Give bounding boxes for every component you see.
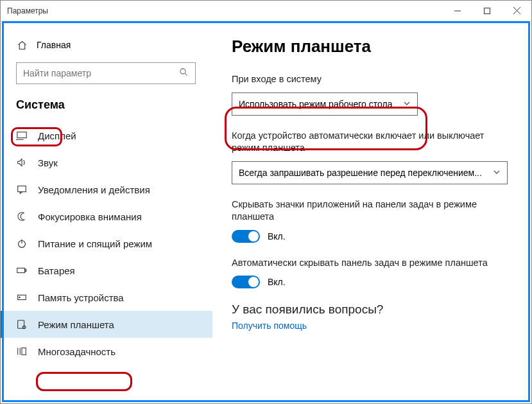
home-icon (16, 39, 28, 51)
svg-rect-1 (485, 8, 490, 13)
sidebar-item-display[interactable]: Дисплей (1, 122, 212, 149)
svg-rect-15 (18, 321, 24, 329)
sidebar-item-battery[interactable]: Батарея (1, 257, 212, 284)
sidebar-item-label: Режим планшета (38, 319, 114, 330)
autoswitch-combo[interactable]: Всегда запрашивать разрешение перед пере… (232, 161, 508, 184)
hidetaskbar-setting: Автоматически скрывать панель задач в ре… (232, 257, 511, 289)
sidebar-item-label: Питание и спящий режим (38, 238, 152, 249)
svg-rect-11 (17, 268, 25, 272)
sidebar-item-power[interactable]: Питание и спящий режим (1, 230, 212, 257)
maximize-button[interactable] (472, 1, 502, 21)
notifications-icon (16, 184, 28, 195)
hidetaskbar-toggle[interactable] (232, 276, 260, 288)
search-input[interactable] (16, 62, 196, 84)
hidetaskbar-state: Вкл. (268, 277, 286, 287)
svg-rect-19 (22, 348, 26, 355)
svg-line-5 (185, 73, 187, 76)
svg-point-14 (19, 297, 20, 297)
sidebar-item-storage[interactable]: Память устройства (1, 284, 212, 311)
hideicons-label: Скрывать значки приложений на панели зад… (232, 198, 511, 224)
storage-icon (16, 292, 28, 303)
display-icon (16, 130, 28, 141)
settings-window: Параметры Главная (0, 0, 532, 404)
sidebar-item-label: Дисплей (38, 130, 76, 141)
sidebar: Главная Система Дисплей Звук (1, 21, 212, 403)
signin-label: При входе в систему (232, 73, 511, 86)
sidebar-item-notifications[interactable]: Уведомления и действия (1, 176, 212, 203)
svg-rect-6 (17, 132, 26, 138)
sidebar-item-label: Звук (38, 157, 58, 168)
sidebar-item-label: Уведомления и действия (38, 184, 150, 195)
home-label: Главная (37, 40, 71, 50)
page-title: Режим планшета (232, 37, 511, 57)
autoswitch-combo-value: Всегда запрашивать разрешение перед пере… (239, 168, 482, 178)
sound-icon (16, 157, 28, 168)
window-body: Главная Система Дисплей Звук (1, 21, 531, 403)
hideicons-toggle[interactable] (232, 230, 260, 243)
sidebar-item-label: Память устройства (38, 292, 124, 303)
tablet-icon (16, 319, 28, 330)
multitask-icon (16, 346, 28, 357)
hideicons-state: Вкл. (268, 231, 286, 242)
titlebar: Параметры (1, 1, 531, 21)
search-container (1, 62, 212, 93)
content-panel: Режим планшета При входе в систему Испол… (212, 21, 531, 403)
chevron-down-icon (493, 168, 501, 178)
sidebar-item-tablet[interactable]: Режим планшета (1, 311, 212, 338)
window-title: Параметры (7, 6, 443, 15)
section-title: Система (1, 93, 212, 122)
focus-icon (16, 211, 28, 222)
home-link[interactable]: Главная (1, 33, 212, 62)
sidebar-item-focus[interactable]: Фокусировка внимания (1, 203, 212, 230)
signin-setting: При входе в систему Использовать режим р… (232, 73, 511, 116)
chevron-down-icon (403, 99, 411, 109)
power-icon (16, 238, 28, 249)
battery-icon (16, 265, 28, 276)
svg-rect-12 (25, 269, 26, 272)
sidebar-item-sound[interactable]: Звук (1, 149, 212, 176)
signin-combo-value: Использовать режим рабочего стола (239, 99, 392, 109)
sidebar-item-label: Батарея (38, 265, 75, 276)
help-link[interactable]: Получить помощь (232, 321, 511, 331)
minimize-button[interactable] (443, 1, 472, 21)
svg-point-4 (180, 69, 185, 74)
sidebar-item-multitask[interactable]: Многозадачность (1, 338, 212, 365)
hideicons-setting: Скрывать значки приложений на панели зад… (232, 198, 511, 243)
sidebar-item-label: Фокусировка внимания (38, 211, 142, 222)
search-icon (179, 67, 189, 79)
autoswitch-setting: Когда устройство автоматически включает … (232, 130, 511, 184)
search-field[interactable] (23, 68, 179, 78)
sidebar-item-label: Многозадачность (38, 346, 116, 357)
svg-rect-8 (18, 186, 26, 192)
help-heading: У вас появились вопросы? (232, 303, 511, 317)
hidetaskbar-label: Автоматически скрывать панель задач в ре… (232, 257, 511, 270)
close-button[interactable] (502, 1, 531, 21)
autoswitch-label: Когда устройство автоматически включает … (232, 130, 511, 155)
signin-combo[interactable]: Использовать режим рабочего стола (232, 92, 418, 116)
